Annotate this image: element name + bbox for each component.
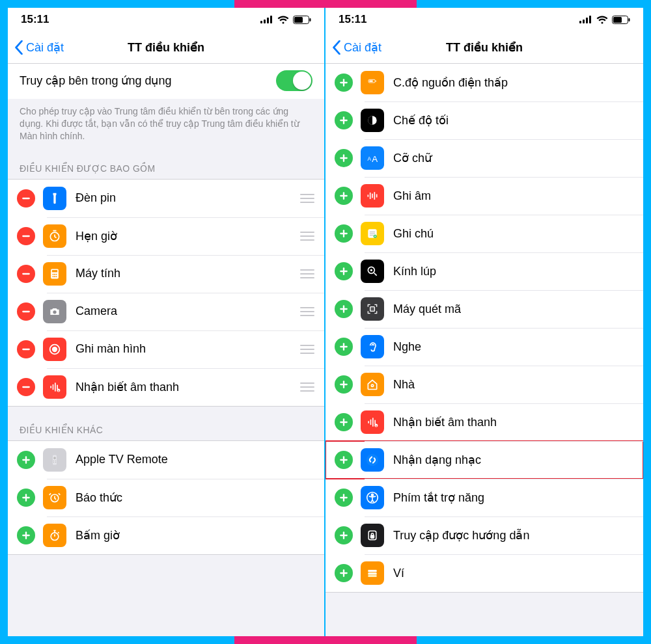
- svg-rect-96: [340, 459, 348, 461]
- svg-rect-108: [368, 570, 376, 572]
- add-control-button[interactable]: [17, 526, 35, 544]
- add-control-button[interactable]: [335, 451, 353, 469]
- back-button[interactable]: Cài đặt: [332, 40, 381, 55]
- remove-control-button[interactable]: [17, 302, 35, 321]
- reorder-handle[interactable]: [299, 194, 315, 203]
- svg-point-97: [367, 454, 378, 466]
- more-controls-list-right: C.độ nguồn điện thấp Chế độ tối AA Cỡ ch…: [326, 64, 643, 593]
- back-button[interactable]: Cài đặt: [14, 40, 64, 55]
- control-row: Ghi màn hình: [8, 330, 324, 368]
- add-control-button[interactable]: [335, 111, 353, 129]
- add-control-button[interactable]: [335, 375, 353, 394]
- svg-rect-5: [294, 17, 303, 23]
- svg-rect-0: [260, 21, 262, 23]
- control-row: Báo thức: [8, 479, 324, 517]
- svg-point-29: [57, 388, 60, 392]
- nav-bar: Cài đặt TT điều khiển: [326, 31, 643, 64]
- status-time: 15:11: [339, 13, 367, 26]
- remove-control-button[interactable]: [17, 340, 35, 358]
- control-row: Apple TV Remote: [8, 441, 324, 479]
- add-control-button[interactable]: [335, 149, 353, 167]
- svg-rect-103: [340, 535, 348, 536]
- access-within-apps-toggle[interactable]: [276, 70, 312, 91]
- reorder-handle[interactable]: [299, 307, 315, 316]
- right-screenshot: 15:11 Cài đặt TT điều khiển: [326, 8, 643, 636]
- svg-rect-45: [583, 20, 585, 23]
- battery-icon: [361, 71, 384, 94]
- shazam-icon: [361, 448, 384, 472]
- svg-rect-7: [22, 198, 30, 199]
- control-row: Nhận biết âm thanh: [8, 368, 324, 406]
- svg-rect-47: [589, 16, 591, 23]
- add-control-button[interactable]: [17, 489, 35, 507]
- settings-scroll[interactable]: Truy cập bên trong ứng dụng Cho phép tru…: [8, 64, 324, 636]
- svg-rect-24: [22, 386, 30, 388]
- svg-rect-49: [613, 17, 622, 23]
- control-label: Truy cập được hướng dẫn: [393, 528, 634, 543]
- add-control-button[interactable]: [335, 526, 353, 544]
- add-control-button[interactable]: [335, 187, 353, 205]
- status-indicators: [260, 16, 311, 24]
- svg-point-18: [56, 276, 57, 277]
- control-row: AA Cỡ chữ: [326, 139, 643, 177]
- svg-rect-84: [340, 346, 348, 347]
- svg-point-34: [53, 460, 55, 461]
- remove-control-button[interactable]: [17, 227, 35, 245]
- reorder-handle[interactable]: [299, 345, 315, 354]
- svg-rect-89: [340, 422, 348, 423]
- add-control-button[interactable]: [335, 74, 353, 92]
- notes-icon: [361, 222, 384, 245]
- control-row: Đèn pin: [8, 180, 324, 217]
- chevron-left-icon: [14, 40, 23, 55]
- reorder-handle[interactable]: [299, 382, 315, 392]
- cellular-icon: [579, 16, 592, 23]
- svg-rect-110: [368, 575, 376, 577]
- flashlight-icon: [43, 187, 66, 210]
- add-control-button[interactable]: [335, 300, 353, 318]
- svg-point-87: [371, 384, 373, 386]
- access-within-apps-row: Truy cập bên trong ứng dụng: [8, 64, 324, 99]
- add-control-button[interactable]: [335, 564, 353, 582]
- wifi-icon: [596, 16, 608, 24]
- remove-control-button[interactable]: [17, 378, 35, 396]
- back-label: Cài đặt: [26, 40, 64, 55]
- control-row: Nhà: [326, 366, 643, 403]
- add-control-button[interactable]: [335, 338, 353, 356]
- svg-text:A: A: [372, 154, 378, 164]
- section-header-more: ĐIỀU KHIỂN KHÁC: [8, 407, 324, 440]
- svg-text:A: A: [368, 155, 372, 162]
- svg-point-101: [372, 494, 374, 496]
- reorder-handle[interactable]: [299, 269, 315, 278]
- chevron-left-icon: [332, 40, 341, 55]
- control-label: Cỡ chữ: [393, 151, 634, 165]
- svg-rect-54: [369, 81, 372, 82]
- svg-rect-86: [340, 384, 348, 385]
- svg-rect-60: [340, 157, 348, 159]
- control-row: Truy cập được hướng dẫn: [326, 517, 643, 554]
- control-row: Nghe: [326, 328, 643, 366]
- textsize-icon: AA: [361, 146, 384, 170]
- battery-icon: [293, 16, 311, 24]
- add-control-button[interactable]: [17, 451, 35, 469]
- svg-point-35: [55, 460, 57, 461]
- remove-control-button[interactable]: [17, 189, 35, 208]
- svg-rect-44: [579, 21, 581, 23]
- control-row: Máy tính: [8, 255, 324, 293]
- control-label: Nhận biết âm thanh: [76, 380, 299, 394]
- settings-scroll[interactable]: C.độ nguồn điện thấp Chế độ tối AA Cỡ ch…: [326, 64, 643, 636]
- svg-rect-42: [22, 535, 30, 536]
- reorder-handle[interactable]: [299, 232, 315, 241]
- control-label: C.độ nguồn điện thấp: [393, 75, 634, 90]
- add-control-button[interactable]: [335, 262, 353, 280]
- control-row: Bấm giờ: [8, 517, 324, 554]
- control-label: Máy tính: [76, 267, 299, 280]
- status-indicators: [579, 16, 630, 24]
- add-control-button[interactable]: [335, 413, 353, 431]
- soundwave-icon: [43, 375, 66, 399]
- add-control-button[interactable]: [335, 489, 353, 507]
- add-control-button[interactable]: [335, 224, 353, 243]
- control-row: Ghi chú: [326, 215, 643, 252]
- svg-rect-78: [340, 271, 348, 272]
- remove-control-button[interactable]: [17, 265, 35, 283]
- magnifier-icon: [361, 260, 384, 283]
